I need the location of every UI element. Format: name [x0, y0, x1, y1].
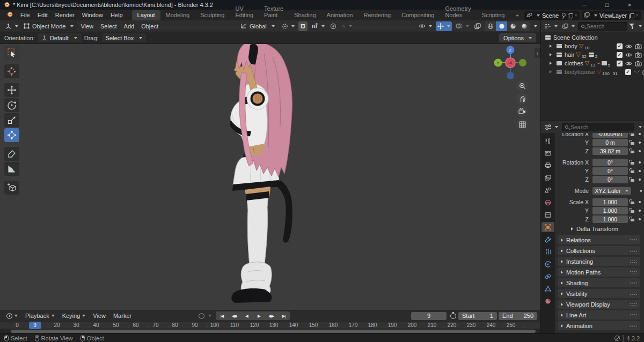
- outliner-row-body[interactable]: body ▽10 ✓: [541, 42, 644, 50]
- animate-dot[interactable]: [639, 142, 641, 144]
- tab-sculpting[interactable]: Sculpting: [195, 10, 230, 20]
- tool-rotate[interactable]: [4, 98, 19, 112]
- shading-dropdown-caret[interactable]: [534, 25, 537, 27]
- checkbox-icon[interactable]: ✓: [617, 61, 623, 66]
- properties-tab-render[interactable]: [541, 148, 554, 158]
- lock-icon[interactable]: [631, 151, 634, 153]
- viewlayer-selector[interactable]: ViewLayer ×: [582, 11, 641, 20]
- camera-visibility-icon[interactable]: [635, 43, 642, 49]
- play-reverse-button[interactable]: ◀: [240, 314, 253, 318]
- outliner-search-input[interactable]: [587, 23, 624, 29]
- timeline-menu-view[interactable]: View: [90, 313, 109, 319]
- tab-texture-paint[interactable]: Texture Paint: [259, 4, 289, 20]
- tab-uv-editing[interactable]: UV Editing: [230, 4, 259, 20]
- tool-annotate[interactable]: [4, 147, 19, 161]
- section-viewport-display[interactable]: Viewport Display: [558, 300, 640, 309]
- tab-shading[interactable]: Shading: [289, 10, 321, 20]
- outliner-filter-selector[interactable]: [561, 21, 576, 31]
- tab-rendering[interactable]: Rendering: [358, 10, 396, 20]
- scale-z-field[interactable]: 1.000: [592, 215, 628, 223]
- section-delta-transform[interactable]: Delta Transform: [571, 224, 642, 234]
- checkbox-icon[interactable]: ✓: [625, 69, 631, 75]
- properties-tab-modifiers[interactable]: [541, 234, 554, 244]
- snap-toggle[interactable]: Ω: [298, 21, 308, 31]
- jump-to-end-button[interactable]: ▶|: [277, 314, 290, 318]
- lock-icon[interactable]: [631, 210, 634, 213]
- filter-funnel-icon[interactable]: [629, 24, 635, 29]
- camera-visibility-icon[interactable]: [642, 69, 644, 75]
- properties-tab-collection[interactable]: [541, 210, 554, 220]
- properties-tab-particles[interactable]: [541, 247, 554, 257]
- properties-tab-world[interactable]: [541, 197, 554, 207]
- menu-file[interactable]: File: [17, 11, 34, 20]
- preview-range-icon[interactable]: [450, 313, 456, 319]
- outliner-row-clothes[interactable]: clothes ▽13 5 ✓: [541, 59, 644, 68]
- show-object-types-selector[interactable]: [417, 21, 434, 31]
- navigation-gizmo[interactable]: Z Y -X: [492, 44, 529, 81]
- location-z-field[interactable]: 39.82 m: [592, 147, 628, 155]
- menu-window[interactable]: Window: [78, 11, 107, 20]
- remove-viewlayer-icon[interactable]: ×: [635, 13, 639, 18]
- properties-tab-scene[interactable]: [541, 185, 554, 195]
- snap-target-selector[interactable]: [310, 21, 326, 31]
- previous-keyframe-button[interactable]: ◀◆: [228, 314, 240, 318]
- checkbox-icon[interactable]: ✓: [617, 43, 623, 49]
- scale-y-field[interactable]: 1.000: [592, 207, 628, 214]
- rotation-y-field[interactable]: 0°: [592, 167, 628, 175]
- tool-move[interactable]: [4, 83, 19, 97]
- close-button[interactable]: ×: [618, 0, 641, 10]
- sidebar-toggle[interactable]: ‹: [535, 48, 540, 58]
- timeline-menu-keying[interactable]: Keying: [59, 313, 89, 319]
- properties-search[interactable]: [562, 123, 634, 131]
- scene-selector[interactable]: Scene ×: [524, 11, 580, 20]
- scale-x-field[interactable]: 1.000: [592, 198, 628, 206]
- properties-tab-object[interactable]: [541, 222, 554, 232]
- properties-tab-material[interactable]: [541, 296, 554, 306]
- shading-rendered-button[interactable]: [518, 21, 530, 31]
- proportional-editing-toggle[interactable]: [328, 21, 338, 31]
- section-motion-paths[interactable]: Motion Paths: [558, 267, 640, 277]
- menu-edit[interactable]: Edit: [34, 11, 52, 20]
- play-button[interactable]: ▶: [253, 314, 265, 318]
- camera-view-button[interactable]: [516, 106, 528, 117]
- properties-display-selector[interactable]: [543, 122, 560, 132]
- expand-icon[interactable]: [550, 62, 552, 65]
- pin-icon[interactable]: [561, 13, 566, 19]
- expand-icon[interactable]: [550, 44, 552, 48]
- animate-dot[interactable]: [639, 179, 641, 181]
- viewport-menu-select[interactable]: Select: [97, 23, 120, 29]
- blender-menu-button[interactable]: [2, 10, 17, 20]
- properties-tab-object-data[interactable]: [541, 284, 554, 294]
- rotation-mode-dropdown[interactable]: XYZ Euler: [592, 187, 631, 195]
- editor-type-button[interactable]: [3, 21, 20, 31]
- menu-render[interactable]: Render: [52, 11, 78, 20]
- animate-dot[interactable]: [639, 210, 641, 212]
- animate-dot[interactable]: [639, 170, 641, 172]
- gizmos-toggle[interactable]: [436, 21, 452, 31]
- character-model[interactable]: [219, 44, 305, 309]
- hide-eye-icon[interactable]: [625, 61, 632, 66]
- animate-dot[interactable]: [640, 190, 642, 192]
- section-collections[interactable]: Collections: [558, 246, 640, 255]
- outliner-search[interactable]: [578, 22, 627, 31]
- unlink-scene-icon[interactable]: ×: [574, 13, 577, 18]
- mode-selector[interactable]: Object Mode: [20, 21, 77, 31]
- lock-icon[interactable]: [631, 170, 634, 173]
- tab-add-workspace[interactable]: +: [510, 10, 524, 20]
- auto-keying-toggle[interactable]: [199, 313, 211, 319]
- drag-grip-icon[interactable]: [630, 324, 637, 328]
- properties-tab-tool[interactable]: [541, 136, 554, 146]
- expand-icon[interactable]: [550, 70, 552, 73]
- timeline-ruler[interactable]: 0 20 30 40 50 60 70 80 90 100 110 120 13…: [0, 321, 540, 329]
- options-button[interactable]: Options: [499, 33, 536, 42]
- lock-icon[interactable]: [631, 142, 634, 145]
- checkbox-icon[interactable]: ✓: [617, 52, 623, 58]
- proportional-falloff-selector[interactable]: ∩: [340, 21, 354, 31]
- timeline-scrollbar-thumb[interactable]: [11, 330, 536, 333]
- tab-modeling[interactable]: Modeling: [160, 10, 195, 20]
- zoom-button[interactable]: [516, 80, 528, 92]
- animate-dot[interactable]: [639, 201, 641, 203]
- timeline-scrollbar[interactable]: [0, 329, 540, 333]
- timeline-editor-type-button[interactable]: [3, 313, 21, 319]
- viewport-menu-object[interactable]: Object: [138, 23, 162, 29]
